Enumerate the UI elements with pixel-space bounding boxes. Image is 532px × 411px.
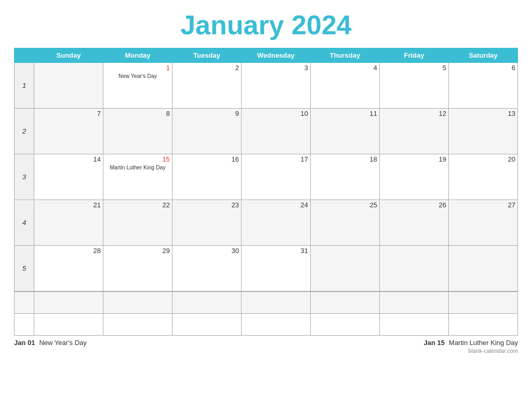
extra-day-7 [449, 292, 518, 314]
week-no-1: 1 [15, 63, 34, 109]
day-cell-w3-d7: 20 [449, 154, 518, 200]
week-no-5: 5 [15, 246, 34, 291]
day-num-w1-d2: 1 [105, 64, 170, 72]
day-cell-w5-d1: 28 [34, 246, 103, 291]
day-num-w1-d4: 3 [244, 64, 308, 72]
day-num-w5-d2: 29 [105, 247, 170, 255]
day-num-w4-d4: 24 [244, 201, 308, 209]
day-cell-w5-d4: 31 [242, 246, 311, 291]
day-cell-w3-d5: 18 [311, 154, 380, 200]
day-num-w1-d5: 4 [313, 64, 377, 72]
day-cell-w1-d6: 5 [380, 63, 449, 109]
day-cell-w2-d5: 11 [311, 109, 380, 154]
day-num-w3-d4: 17 [244, 155, 308, 163]
extra-day-6 [380, 292, 449, 314]
footer-source: blank-calendar.com [14, 348, 518, 354]
day-num-w4-d3: 23 [175, 201, 239, 209]
day-cell-w4-d3: 23 [172, 200, 242, 246]
day-cell-w1-d5: 4 [311, 63, 380, 109]
holiday-1-date: Jan 01 [14, 339, 35, 347]
day-cell-w1-d2: 1New Year's Day [103, 63, 172, 109]
day-num-w3-d5: 18 [313, 155, 377, 163]
calendar-table: Sunday Monday Tuesday Wednesday Thursday… [14, 48, 518, 291]
holiday-2-date: Jan 15 [424, 339, 445, 347]
day-cell-w2-d7: 13 [449, 109, 518, 154]
week-row-5: 528293031 [15, 246, 518, 291]
extra-no-cell-1 [15, 292, 34, 314]
day-cell-w1-d1 [34, 63, 103, 109]
day-num-w2-d6: 12 [382, 110, 446, 117]
header-row: Sunday Monday Tuesday Wednesday Thursday… [15, 48, 518, 63]
day-cell-w4-d5: 25 [311, 200, 380, 246]
day-cell-w5-d6 [380, 246, 449, 291]
col-tuesday: Tuesday [172, 48, 242, 63]
day-num-w5-d3: 30 [175, 247, 239, 255]
day-cell-w2-d3: 9 [172, 109, 242, 154]
day-cell-w1-d3: 2 [172, 63, 242, 109]
extra-day-1 [34, 292, 103, 314]
day-cell-w3-d1: 14 [34, 154, 103, 200]
day-cell-w1-d4: 3 [242, 63, 311, 109]
day-cell-w4-d1: 21 [34, 200, 103, 246]
extra-day-14 [449, 314, 518, 336]
day-num-w4-d2: 22 [105, 201, 170, 209]
extra-day-13 [380, 314, 449, 336]
day-num-w3-d7: 20 [451, 155, 515, 163]
holiday-label-w1-d2: New Year's Day [105, 73, 170, 80]
week-row-3: 31415Martin Luther King Day1617181920 [15, 154, 518, 200]
day-num-w2-d3: 9 [175, 110, 239, 117]
calendar-body: 11New Year's Day2345627891011121331415Ma… [15, 63, 518, 291]
extra-rows-table [14, 291, 518, 336]
day-num-w2-d2: 8 [105, 110, 170, 117]
extra-no-cell-2 [15, 314, 34, 336]
week-no-2: 2 [15, 109, 34, 154]
day-cell-w4-d4: 24 [242, 200, 311, 246]
day-cell-w1-d7: 6 [449, 63, 518, 109]
day-cell-w4-d2: 22 [103, 200, 172, 246]
extra-day-11 [242, 314, 311, 336]
holiday-2: Jan 15 Martin Luther King Day [424, 339, 518, 347]
day-num-w2-d7: 13 [451, 110, 515, 117]
col-no [15, 48, 34, 63]
day-num-w1-d6: 5 [382, 64, 446, 72]
day-num-w2-d1: 7 [36, 110, 101, 117]
day-num-w3-d1: 14 [36, 155, 101, 163]
calendar-wrapper: Sunday Monday Tuesday Wednesday Thursday… [14, 48, 518, 336]
extra-day-4 [242, 292, 311, 314]
extra-day-5 [311, 292, 380, 314]
day-num-w4-d7: 27 [451, 201, 515, 209]
day-cell-w3-d3: 16 [172, 154, 242, 200]
day-cell-w4-d6: 26 [380, 200, 449, 246]
day-num-w3-d6: 19 [382, 155, 446, 163]
day-cell-w5-d7 [449, 246, 518, 291]
week-row-1: 11New Year's Day23456 [15, 63, 518, 109]
extra-day-3 [172, 292, 242, 314]
week-row-2: 278910111213 [15, 109, 518, 154]
day-num-w2-d5: 11 [313, 110, 377, 117]
day-cell-w3-d2: 15Martin Luther King Day [103, 154, 172, 200]
day-cell-w2-d4: 10 [242, 109, 311, 154]
extra-day-10 [172, 314, 242, 336]
holiday-label-w3-d2: Martin Luther King Day [105, 164, 170, 171]
col-wednesday: Wednesday [242, 48, 311, 63]
extra-day-12 [311, 314, 380, 336]
extra-day-8 [34, 314, 103, 336]
footer-holidays: Jan 01 New Year's Day Jan 15 Martin Luth… [14, 339, 518, 347]
day-cell-w2-d6: 12 [380, 109, 449, 154]
day-num-w4-d5: 25 [313, 201, 377, 209]
day-cell-w5-d2: 29 [103, 246, 172, 291]
day-cell-w3-d4: 17 [242, 154, 311, 200]
day-cell-w3-d6: 19 [380, 154, 449, 200]
week-row-4: 421222324252627 [15, 200, 518, 246]
day-cell-w2-d2: 8 [103, 109, 172, 154]
day-num-w4-d6: 26 [382, 201, 446, 209]
holiday-1-name: New Year's Day [39, 339, 86, 347]
day-num-w5-d1: 28 [36, 247, 101, 255]
col-thursday: Thursday [311, 48, 380, 63]
week-no-4: 4 [15, 200, 34, 246]
day-num-w5-d4: 31 [244, 247, 308, 255]
day-num-w1-d3: 2 [175, 64, 239, 72]
week-no-3: 3 [15, 154, 34, 200]
day-num-w2-d4: 10 [244, 110, 308, 117]
extra-row-1 [15, 292, 518, 314]
